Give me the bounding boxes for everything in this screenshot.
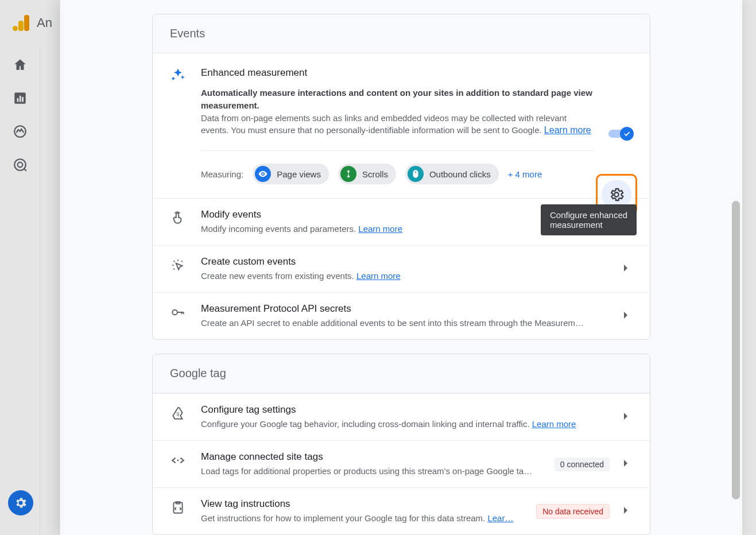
instructions-icon <box>170 499 186 515</box>
row-desc: Load tags for additional properties or p… <box>201 465 540 477</box>
pill-label: Outbound clicks <box>429 169 491 179</box>
connected-count-badge: 0 connected <box>555 458 610 471</box>
row-title: View tag instructions <box>201 498 521 510</box>
row-title: Configure tag settings <box>201 404 604 416</box>
scroll-icon <box>340 166 356 182</box>
google-tag-card-header: Google tag <box>153 354 650 393</box>
events-card-header: Events <box>153 14 650 53</box>
panel-scrollbar[interactable] <box>732 201 740 499</box>
pill-page-views: Page views <box>253 164 329 184</box>
pill-outbound-clicks: Outbound clicks <box>405 164 499 184</box>
create-custom-events-row[interactable]: Create custom events Create new events f… <box>153 245 650 292</box>
chevron-right-icon <box>619 503 633 520</box>
measuring-label: Measuring: <box>201 169 243 179</box>
chevron-right-icon <box>619 261 633 277</box>
chevron-right-icon <box>619 308 633 324</box>
mouse-icon <box>408 166 424 182</box>
pill-label: Scrolls <box>362 169 388 179</box>
no-data-badge: No data received <box>536 504 610 519</box>
enhanced-measurement-toggle[interactable] <box>608 127 633 141</box>
row-title: Manage connected site tags <box>201 451 540 463</box>
pill-label: Page views <box>277 169 321 179</box>
chevron-right-icon <box>619 456 633 472</box>
learn-more-link[interactable]: Lear… <box>487 513 513 523</box>
row-desc: Get instructions for how to implement yo… <box>201 512 521 524</box>
enhanced-measurement-text: Data from on-page elements such as links… <box>201 113 567 135</box>
row-desc: Configure your Google tag behavior, incl… <box>201 418 604 430</box>
learn-more-link[interactable]: Learn more <box>532 419 576 429</box>
key-icon <box>170 304 186 320</box>
google-tag-card: Google tag g Configure tag settings Conf… <box>152 354 650 535</box>
enhanced-measurement-row: Enhanced measurement Automatically measu… <box>153 53 650 198</box>
enhanced-learn-more-link[interactable]: Learn more <box>544 125 591 135</box>
svg-point-7 <box>262 173 264 175</box>
learn-more-link[interactable]: Learn more <box>356 271 401 281</box>
row-desc: Create an API secret to enable additiona… <box>201 317 604 329</box>
tag-icon: g <box>170 405 186 421</box>
measurement-protocol-row[interactable]: Measurement Protocol API secrets Create … <box>153 292 650 339</box>
enhanced-measurement-strong: Automatically measure interactions and c… <box>201 87 594 112</box>
row-title: Measurement Protocol API secrets <box>201 303 604 315</box>
touch-icon <box>170 210 186 226</box>
svg-point-8 <box>614 192 618 196</box>
pill-scrolls: Scrolls <box>338 164 396 184</box>
stream-details-panel: Events Enhanced measurement Automaticall… <box>60 0 742 535</box>
svg-point-11 <box>177 460 179 462</box>
cursor-click-icon <box>170 257 186 273</box>
chevron-right-icon <box>619 409 633 425</box>
row-title: Create custom events <box>201 256 604 268</box>
view-tag-instructions-row[interactable]: View tag instructions Get instructions f… <box>153 487 650 534</box>
svg-point-9 <box>172 310 177 315</box>
measuring-row: Measuring: Page views Scrolls Outbound c… <box>201 150 594 184</box>
enhanced-measurement-title: Enhanced measurement <box>201 67 594 79</box>
eye-icon <box>255 166 271 182</box>
events-card: Events Enhanced measurement Automaticall… <box>152 14 650 340</box>
panel-scroll-area[interactable]: Events Enhanced measurement Automaticall… <box>60 0 742 535</box>
code-icon <box>170 452 186 468</box>
configure-tag-settings-row[interactable]: g Configure tag settings Configure your … <box>153 393 650 440</box>
svg-text:g: g <box>177 410 180 416</box>
gear-tooltip: Configure enhanced measurement <box>541 204 637 235</box>
more-events-link[interactable]: + 4 more <box>508 169 542 179</box>
row-desc: Create new events from existing events. … <box>201 270 604 282</box>
manage-connected-tags-row[interactable]: Manage connected site tags Load tags for… <box>153 440 650 487</box>
learn-more-link[interactable]: Learn more <box>358 224 402 234</box>
sparkle-icon <box>170 67 186 83</box>
